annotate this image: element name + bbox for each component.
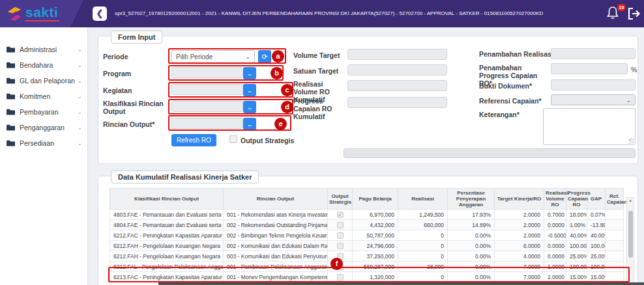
realisasi-volume-kumulatif-input <box>347 80 447 91</box>
cell-progress-capaian-ro: 18.00% <box>566 210 587 220</box>
cell-pagu-belanja: 1,320,000 <box>353 272 398 282</box>
back-button[interactable]: ❮ <box>93 7 107 21</box>
column-header: Klasifikasi Rincian Output <box>110 189 224 210</box>
cell-gap: 100.00% <box>587 262 606 272</box>
output-strategis-row-checkbox[interactable] <box>337 253 344 260</box>
periode-label: Periode <box>103 53 128 61</box>
cell-realisasi: 1,249,500 <box>398 210 448 220</box>
table-row[interactable]: 6212.FAC - Peningkatan Kapasitas Aparatu… <box>110 230 624 241</box>
output-strategis-row-checkbox[interactable]: ✓ <box>337 211 344 218</box>
output-strategis-row-checkbox[interactable] <box>337 232 344 239</box>
column-header: Persentase Penyerapan Anggaran <box>448 189 495 210</box>
cell-ref-capaian <box>606 251 624 262</box>
app-screen: sakti ❮ opr3_527027_197801252000012001 -… <box>0 0 644 285</box>
bukti-dokumen-input[interactable] <box>551 79 636 90</box>
cell-progress-capaian-ro: 25.00% <box>566 251 587 262</box>
cell-ref-capaian <box>606 272 624 282</box>
scroll-up-arrow[interactable]: ▲ <box>627 198 634 202</box>
volume-target-input <box>347 49 447 60</box>
cell-progress-capaian-ro: 40.00% <box>566 230 587 241</box>
output-strategis-checkbox[interactable] <box>229 135 237 143</box>
cell-target-kinerja: 2.0000 <box>495 230 544 241</box>
cell-realisasi-volume-ro: 0.0000 <box>544 241 566 251</box>
sidebar-item-pembayaran[interactable]: Pembayaran⌄ <box>0 104 87 120</box>
cell-output-strategis <box>328 230 353 241</box>
chevron-down-icon: ⌄ <box>77 46 82 53</box>
ro-lookup-button[interactable]: .. <box>243 118 256 130</box>
cell-pagu-belanja: 37,250,000 <box>353 251 398 262</box>
output-strategis-row-checkbox[interactable]: ✓ <box>337 264 344 270</box>
notifications-button[interactable]: 10 <box>606 6 623 23</box>
sidebar-item-komitmen[interactable]: Komitmen⌄ <box>0 88 87 104</box>
cell-progress-capaian-ro: 15.00% <box>566 272 587 282</box>
output-strategis-row-checkbox[interactable] <box>337 222 344 228</box>
cell-persentase-penyerapan: 0.00% <box>448 272 495 282</box>
table-row[interactable]: 4804.FAE - Pemantauan dan Evaluasi serta… <box>110 220 624 230</box>
kinerja-table: Klasifikasi Rincian OutputRincian Output… <box>110 188 624 282</box>
scrollbar-thumb[interactable] <box>628 211 633 258</box>
cell-output-strategis <box>328 251 353 262</box>
table-vertical-scrollbar[interactable]: ▲ <box>626 197 634 285</box>
cell-realisasi: 0 <box>398 251 448 262</box>
penambahan-progress-input[interactable] <box>551 63 628 74</box>
table-row[interactable]: 6213.FAC - Peningkatan Kapasitas Aparatu… <box>110 272 624 282</box>
output-strategis-row-checkbox[interactable] <box>337 243 344 249</box>
cell-ref-capaian <box>606 230 624 241</box>
refresh-ro-button[interactable]: Refresh RO <box>171 134 216 146</box>
periode-select[interactable]: Pilih Periode ⌄ <box>171 50 255 63</box>
cell-pagu-belanja: 24,796,000 <box>353 241 398 251</box>
folder-icon <box>7 77 15 84</box>
table-row[interactable]: 6212.FAH - Pengelolaan Keuangan Negara00… <box>110 251 624 262</box>
cell-progress-capaian-ro: 100.00% <box>566 241 587 251</box>
cell-realisasi-volume-ro: 0.0000 <box>544 251 566 262</box>
kegiatan-input <box>171 84 243 95</box>
data-kumulatif-legend: Data Kumulatif Realisasi Kinerja Satker <box>111 170 259 183</box>
table-row[interactable]: 4803.FAE - Pemantauan dan Evaluasi serta… <box>110 210 624 220</box>
resize-grip[interactable] <box>629 139 634 144</box>
sidebar-item-label: Pembayaran <box>20 108 77 116</box>
sidebar-item-gl-dan-pelaporan[interactable]: GL dan Pelaporan⌄ <box>0 73 87 88</box>
kegiatan-lookup-button[interactable]: .. <box>243 84 256 96</box>
cell-gap: 40.00% <box>587 230 606 241</box>
keterangan-textarea[interactable] <box>543 108 636 145</box>
cell-rincian-output: 002 - Rekomendasi Outstanding Pinjaman <box>224 220 328 230</box>
cell-klasifikasi: 6213.FAC - Peningkatan Kapasitas Aparatu… <box>110 272 224 282</box>
output-strategis-row-checkbox[interactable] <box>337 274 344 280</box>
kro-input <box>171 101 243 112</box>
cell-ref-capaian <box>606 241 624 251</box>
column-header: Output Strategis <box>328 189 353 210</box>
table-horizontal-scrollbar[interactable] <box>158 282 644 285</box>
sakti-logo-icon <box>7 6 22 21</box>
brand-tagline <box>25 20 59 21</box>
kro-label: Klasifikasi Rincian Output <box>103 100 168 115</box>
cell-output-strategis <box>328 220 353 230</box>
column-header: Realisasi Volume RO <box>544 189 566 210</box>
cell-gap: 0.07% <box>587 210 606 220</box>
cell-realisasi-volume-ro: 0.0000 <box>544 220 566 230</box>
sidebar-item-penganggaran[interactable]: Penganggaran⌄ <box>0 120 87 135</box>
sidebar-item-bendahara[interactable]: Bendahara⌄ <box>0 57 87 73</box>
sidebar-item-administrasi[interactable]: Administrasi⌄ <box>0 42 87 57</box>
cell-output-strategis: ✓ <box>328 262 353 272</box>
column-header: Target Kinerja/RO <box>495 189 544 210</box>
periode-refresh-button[interactable]: ⟳ <box>258 50 271 63</box>
sidebar-item-persediaan[interactable]: Persediaan⌄ <box>0 135 87 151</box>
keterangan-label: Keterangan* <box>479 111 520 118</box>
periode-value: Pilih Periode <box>176 53 212 61</box>
cell-target-kinerja: 7.0000 <box>495 262 544 272</box>
notification-badge: 10 <box>617 4 626 11</box>
cell-realisasi-volume-ro: 0.7000 <box>544 210 566 220</box>
cell-klasifikasi: 4803.FAE - Pemantauan dan Evaluasi serta… <box>110 210 224 220</box>
penambahan-realisasi-input[interactable] <box>551 48 636 59</box>
satuan-target-input <box>347 64 447 75</box>
kegiatan-label: Kegiatan <box>103 87 132 94</box>
cell-rincian-output: 002 - Komunikasi dan Edukasi Dalam Rangk… <box>224 241 328 251</box>
program-lookup-button[interactable]: .. <box>243 67 256 79</box>
table-row[interactable]: 6212.FAL - Pengelolaan Pelaksanaan Angga… <box>110 262 624 272</box>
cell-output-strategis <box>328 241 353 251</box>
kro-lookup-button[interactable]: .. <box>243 101 256 113</box>
disabled-action-bar <box>344 148 636 158</box>
logout-button[interactable] <box>627 7 641 21</box>
referensi-capaian-select[interactable]: ⌄ <box>551 94 636 105</box>
table-row[interactable]: 6212.FAH - Pengelolaan Keuangan Negara00… <box>110 241 624 251</box>
